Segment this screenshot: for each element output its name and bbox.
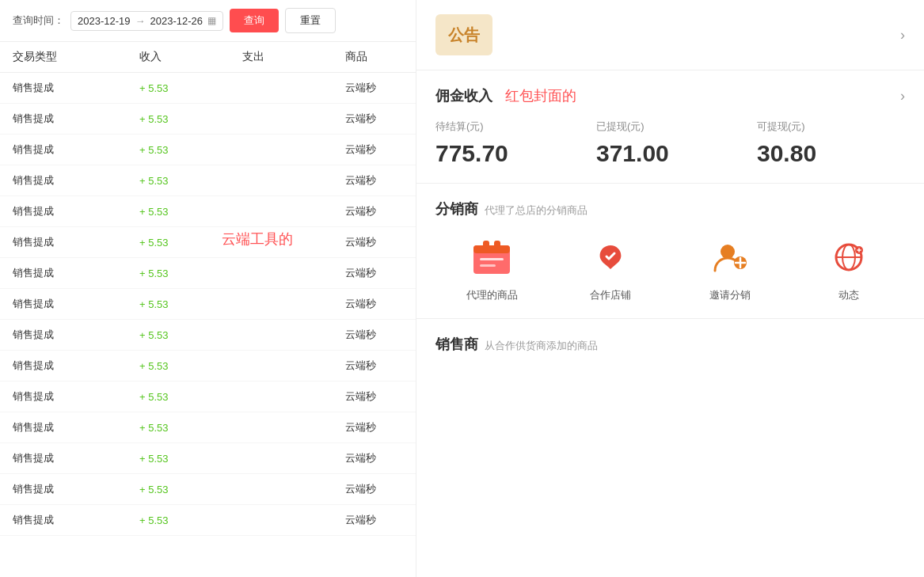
svg-rect-2 — [483, 241, 489, 250]
announcement-section[interactable]: 公告 › — [416, 0, 924, 70]
cell-type: 销售提成 — [13, 420, 139, 435]
query-bar: 查询时间： 2023-12-19 → 2023-12-26 ▦ 查询 重置 — [0, 0, 416, 42]
col-expense: 支出 — [242, 50, 345, 64]
cell-income: + 5.53 — [139, 298, 242, 310]
distributor-title: 分销商 — [435, 199, 478, 218]
dist-icon-invite — [707, 234, 753, 280]
stat-pending: 待结算(元) 775.70 — [435, 120, 584, 167]
cell-product: 云端秒 — [345, 266, 403, 280]
dist-item-dynamic[interactable]: 动态 — [793, 234, 905, 302]
seller-title-row: 销售商 从合作供货商添加的商品 — [435, 335, 905, 354]
cell-type: 销售提成 — [13, 173, 139, 188]
cell-product: 云端秒 — [345, 173, 403, 188]
dist-label-dynamic: 动态 — [838, 288, 859, 302]
cell-product: 云端秒 — [345, 359, 403, 373]
table-row: 销售提成 + 5.53 云端秒 — [0, 165, 416, 196]
cell-type: 销售提成 — [13, 204, 139, 218]
cell-product: 云端秒 — [345, 513, 403, 527]
table-row: 销售提成 + 5.53 云端秒 — [0, 289, 416, 320]
dist-icon-dynamic — [826, 234, 872, 280]
commission-section: 佣金收入 红包封面的 › 待结算(元) 775.70 已提现(元) 371.00… — [416, 70, 924, 184]
seller-subtitle: 从合作供货商添加的商品 — [485, 339, 598, 353]
cell-type: 销售提成 — [13, 112, 139, 126]
cell-income: + 5.53 — [139, 175, 242, 187]
table-row: 销售提成 + 5.53 云端秒 — [0, 73, 416, 104]
stat-available-label: 可提现(元) — [757, 120, 905, 134]
cell-type: 销售提成 — [13, 297, 139, 311]
date-range[interactable]: 2023-12-19 → 2023-12-26 ▦ — [70, 11, 223, 31]
stat-pending-value: 775.70 — [435, 140, 584, 167]
table-row: 销售提成 + 5.53 云端秒 — [0, 104, 416, 135]
commission-stats: 待结算(元) 775.70 已提现(元) 371.00 可提现(元) 30.80 — [435, 120, 905, 167]
stat-pending-label: 待结算(元) — [435, 120, 584, 134]
distributor-title-row: 分销商 代理了总店的分销商品 — [435, 199, 905, 218]
dist-label-invite: 邀请分销 — [709, 288, 751, 302]
table-rows: 销售提成 + 5.53 云端秒 销售提成 + 5.53 云端秒 销售提成 + 5… — [0, 73, 416, 536]
dist-item-invite[interactable]: 邀请分销 — [674, 234, 786, 302]
query-button[interactable]: 查询 — [230, 9, 279, 32]
announcement-badge: 公告 — [435, 14, 492, 55]
commission-header: 佣金收入 红包封面的 › — [435, 86, 905, 105]
table-row: 销售提成 + 5.53 云端秒 — [0, 412, 416, 443]
stat-available-value: 30.80 — [757, 140, 905, 167]
seller-title: 销售商 — [435, 335, 478, 354]
table-row: 销售提成 + 5.53 云端秒 — [0, 474, 416, 505]
col-income: 收入 — [139, 50, 242, 64]
stat-available: 可提现(元) 30.80 — [757, 120, 905, 167]
date-arrow: → — [135, 15, 146, 27]
seller-section: 销售商 从合作供货商添加的商品 — [416, 319, 924, 385]
distributor-icons: 代理的商品 合作店铺 — [435, 234, 905, 302]
table-row: 销售提成 + 5.53 云端秒 — [0, 227, 416, 258]
cell-income: + 5.53 — [139, 484, 242, 495]
table-header: 交易类型 收入 支出 商品 — [0, 42, 416, 73]
table-body: 云端工具的 销售提成 + 5.53 云端秒 销售提成 + 5.53 云端秒 销售… — [0, 73, 416, 577]
cell-type: 销售提成 — [13, 142, 139, 157]
commission-watermark: 红包封面的 — [505, 86, 576, 105]
cell-type: 销售提成 — [13, 451, 139, 465]
table-row: 销售提成 + 5.53 云端秒 — [0, 382, 416, 412]
svg-rect-4 — [480, 258, 504, 260]
cell-type: 销售提成 — [13, 482, 139, 496]
table-row: 销售提成 + 5.53 云端秒 — [0, 351, 416, 382]
cell-product: 云端秒 — [345, 235, 403, 249]
commission-chevron[interactable]: › — [900, 88, 905, 104]
table-row: 销售提成 + 5.53 云端秒 — [0, 505, 416, 536]
svg-point-6 — [721, 245, 735, 259]
cell-income: + 5.53 — [139, 206, 242, 218]
cell-product: 云端秒 — [345, 112, 403, 126]
cell-income: + 5.53 — [139, 237, 242, 249]
dist-label-products: 代理的商品 — [466, 288, 518, 302]
table-row: 销售提成 + 5.53 云端秒 — [0, 196, 416, 227]
table-row: 销售提成 + 5.53 云端秒 — [0, 258, 416, 289]
commission-title: 佣金收入 — [435, 86, 492, 105]
dist-icon-shop — [587, 234, 633, 280]
dist-item-shop[interactable]: 合作店铺 — [554, 234, 667, 302]
cell-type: 销售提成 — [13, 359, 139, 373]
table-row: 销售提成 + 5.53 云端秒 — [0, 320, 416, 351]
cell-type: 销售提成 — [13, 266, 139, 280]
announcement-chevron: › — [900, 27, 905, 44]
cell-type: 销售提成 — [13, 81, 139, 95]
cell-product: 云端秒 — [345, 81, 403, 95]
left-panel: 查询时间： 2023-12-19 → 2023-12-26 ▦ 查询 重置 交易… — [0, 0, 416, 577]
cell-income: + 5.53 — [139, 391, 242, 403]
cell-product: 云端秒 — [345, 451, 403, 465]
stat-withdrawn-value: 371.00 — [596, 140, 744, 167]
cell-income: + 5.53 — [139, 82, 242, 94]
cell-type: 销售提成 — [13, 328, 139, 342]
cell-product: 云端秒 — [345, 297, 403, 311]
cell-type: 销售提成 — [13, 235, 139, 249]
stat-withdrawn: 已提现(元) 371.00 — [596, 120, 744, 167]
table-row: 销售提成 + 5.53 云端秒 — [0, 443, 416, 474]
distributor-section: 分销商 代理了总店的分销商品 — [416, 184, 924, 319]
cell-income: + 5.53 — [139, 453, 242, 465]
dist-icon-products — [469, 234, 515, 280]
cell-income: + 5.53 — [139, 514, 242, 526]
date-start: 2023-12-19 — [78, 15, 131, 27]
distributor-subtitle: 代理了总店的分销商品 — [485, 203, 587, 218]
cell-income: + 5.53 — [139, 360, 242, 372]
reset-button[interactable]: 重置 — [285, 8, 336, 33]
dist-item-products[interactable]: 代理的商品 — [435, 234, 548, 302]
stat-withdrawn-label: 已提现(元) — [596, 120, 744, 134]
cell-income: + 5.53 — [139, 113, 242, 125]
